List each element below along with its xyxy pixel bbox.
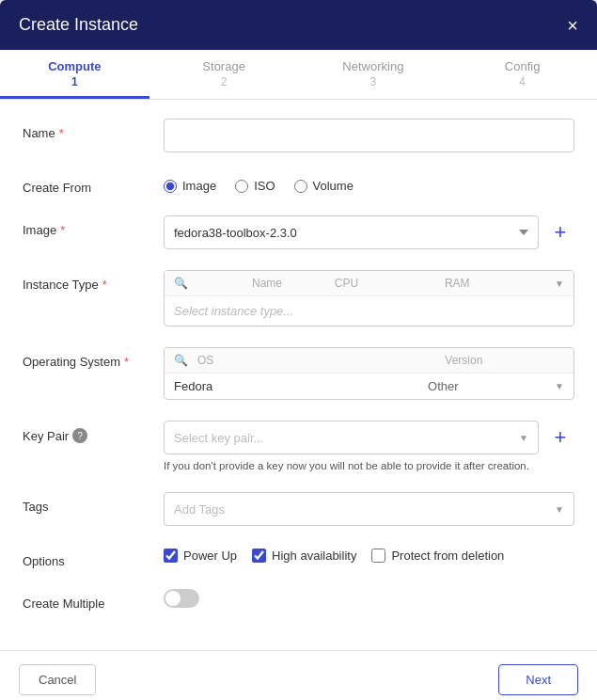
step-config-label: Config [505,59,541,73]
radio-iso[interactable]: ISO [235,179,275,193]
create-multiple-wrap [164,589,574,608]
name-row: Name * [23,119,574,152]
create-multiple-toggle[interactable] [164,589,199,608]
image-required: * [60,223,65,237]
option-power-up[interactable]: Power Up [164,549,237,563]
option-high-availability-label: High availability [272,549,356,563]
step-storage-number: 2 [149,75,299,88]
instance-type-header: 🔍 Name CPU RAM ▼ [165,271,573,296]
create-from-label: Create From [23,173,164,195]
options-label: Options [23,547,164,568]
create-from-radio-group: Image ISO Volume [164,173,574,193]
key-pair-select[interactable]: Select key pair... ▼ [164,421,539,454]
key-pair-dropdown-arrow: ▼ [519,433,528,443]
step-storage[interactable]: Storage 2 [149,50,299,99]
create-from-row: Create From Image ISO Volume [23,173,574,195]
key-pair-wrap: Select key pair... ▼ + If you don't prov… [164,421,574,471]
search-icon-os: 🔍 [174,354,188,367]
os-required: * [124,355,129,369]
options-checkboxes: Power Up High availability Protect from … [164,547,574,563]
radio-image[interactable]: Image [164,179,216,193]
step-storage-label: Storage [202,59,245,73]
option-protect-from-deletion[interactable]: Protect from deletion [371,549,504,563]
step-networking[interactable]: Networking 3 [299,50,448,99]
tags-label: Tags [23,492,164,514]
os-col-version: Version [445,354,564,367]
instance-type-required: * [102,278,107,292]
option-high-availability-checkbox[interactable] [252,549,266,563]
create-multiple-label: Create Multiple [23,589,164,611]
step-networking-number: 3 [299,75,448,88]
os-col-os: OS [197,354,435,367]
option-power-up-label: Power Up [183,549,237,563]
name-input[interactable] [164,119,574,152]
step-networking-label: Networking [342,59,403,73]
radio-volume[interactable]: Volume [294,179,353,193]
create-instance-modal: Create Instance × Compute 1 Storage 2 Ne… [0,0,597,700]
options-row: Options Power Up High availability Prote… [23,547,574,568]
tags-select[interactable]: Add Tags ▼ [164,492,574,526]
instance-type-col-ram: RAM [445,277,545,290]
option-high-availability[interactable]: High availability [252,549,356,563]
radio-image-label: Image [182,179,216,193]
instance-type-label: Instance Type * [23,270,164,292]
tags-wrap: Add Tags ▼ [164,492,574,526]
instance-type-placeholder: Select instance type... [165,296,573,326]
image-select-with-plus: fedora38-toolbox-2.3.0 + [164,215,574,249]
modal-footer: Cancel Next [0,650,597,700]
step-config-number: 4 [448,75,597,88]
modal-body: Name * Create From Image [0,100,597,650]
option-protect-from-deletion-checkbox[interactable] [371,549,385,563]
image-label: Image * [23,215,164,237]
options-wrap: Power Up High availability Protect from … [164,547,574,563]
step-compute-number: 1 [0,75,149,88]
name-required: * [59,126,64,140]
toggle-knob [165,591,181,606]
os-value-row: Fedora Other ▼ [165,374,573,399]
key-pair-add-button[interactable]: + [546,423,574,452]
radio-volume-label: Volume [313,179,353,193]
step-compute-label: Compute [48,59,101,73]
instance-type-search-wrap: 🔍 Name [174,277,325,290]
step-compute[interactable]: Compute 1 [0,50,149,99]
option-protect-from-deletion-label: Protect from deletion [391,549,504,563]
name-input-wrap [164,119,574,152]
image-row: Image * fedora38-toolbox-2.3.0 + [23,215,574,249]
name-label: Name * [23,119,164,140]
create-from-wrap: Image ISO Volume [164,173,574,193]
steps-bar: Compute 1 Storage 2 Networking 3 Config … [0,50,597,100]
instance-type-dropdown-arrow: ▼ [555,278,564,289]
os-dropdown-arrow: ▼ [555,381,564,391]
next-button[interactable]: Next [498,664,578,695]
cancel-button[interactable]: Cancel [19,664,96,695]
modal-title: Create Instance [19,15,138,35]
os-version-value: Other [428,379,555,393]
key-pair-info-text: If you don't provide a key now you will … [164,460,574,471]
image-add-button[interactable]: + [546,218,574,247]
key-pair-placeholder-text: Select key pair... [174,431,263,445]
key-pair-row: Key Pair ? Select key pair... ▼ + If you… [23,421,574,471]
instance-type-row: Instance Type * 🔍 Name CPU RAM ▼ [23,270,574,326]
os-row: Operating System * 🔍 OS Version Fedora O… [23,347,574,400]
close-button[interactable]: × [567,16,578,35]
instance-type-search-input[interactable] [192,277,248,290]
os-header: 🔍 OS Version [165,348,573,374]
os-box[interactable]: 🔍 OS Version Fedora Other ▼ [164,347,574,400]
os-label: Operating System * [23,347,164,369]
os-wrap: 🔍 OS Version Fedora Other ▼ [164,347,574,400]
instance-type-box[interactable]: 🔍 Name CPU RAM ▼ Select instance type... [164,270,574,326]
key-pair-help-icon[interactable]: ? [72,428,87,443]
instance-type-col-name: Name [252,277,325,290]
os-value: Fedora [174,379,428,393]
step-config[interactable]: Config 4 [448,50,597,99]
create-multiple-row: Create Multiple [23,589,574,611]
tags-placeholder-text: Add Tags [174,502,225,517]
key-pair-label: Key Pair ? [23,421,164,443]
tags-dropdown-arrow: ▼ [555,504,564,515]
instance-type-col-cpu: CPU [335,277,435,290]
modal-header: Create Instance × [0,0,597,50]
search-icon: 🔍 [174,277,188,290]
option-power-up-checkbox[interactable] [164,549,178,563]
image-select[interactable]: fedora38-toolbox-2.3.0 [164,215,539,249]
image-wrap: fedora38-toolbox-2.3.0 + [164,215,574,249]
